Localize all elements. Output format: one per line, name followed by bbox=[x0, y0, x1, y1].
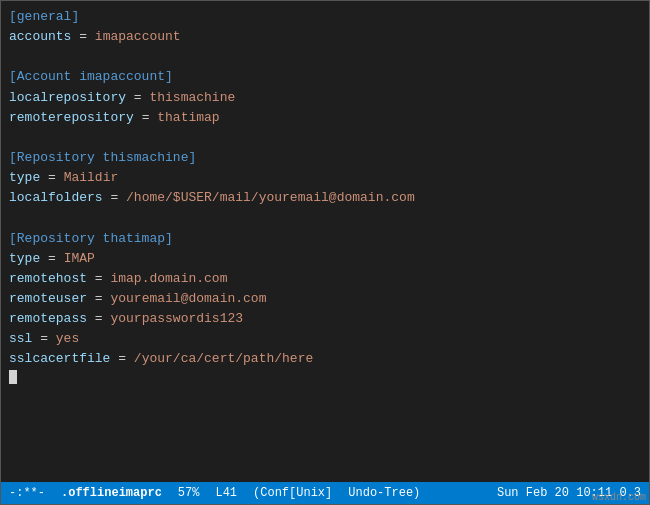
line-4: [Account imapaccount] bbox=[9, 67, 641, 87]
editor-window: [general] accounts = imapaccount [Accoun… bbox=[0, 0, 650, 505]
line-7 bbox=[9, 128, 641, 148]
line-3 bbox=[9, 47, 641, 67]
line-2: accounts = imapaccount bbox=[9, 27, 641, 47]
line-17: ssl = yes bbox=[9, 329, 641, 349]
line-14: remotehost = imap.domain.com bbox=[9, 269, 641, 289]
line-9: type = Maildir bbox=[9, 168, 641, 188]
status-bar: -:**- .offlineimaprc 57% L41 (Conf[Unix]… bbox=[1, 482, 649, 504]
watermark: wsxdn.com bbox=[592, 492, 646, 503]
line-15: remoteuser = youremail@domain.com bbox=[9, 289, 641, 309]
line-12: [Repository thatimap] bbox=[9, 229, 641, 249]
line-16: remotepass = yourpasswordis123 bbox=[9, 309, 641, 329]
line-1: [general] bbox=[9, 7, 641, 27]
line-11 bbox=[9, 208, 641, 228]
status-mode-label: (Conf[Unix] bbox=[253, 486, 332, 500]
line-10: localfolders = /home/$USER/mail/youremai… bbox=[9, 188, 641, 208]
line-18: sslcacertfile = /your/ca/cert/path/here bbox=[9, 349, 641, 369]
status-mode: -:**- bbox=[9, 486, 45, 500]
status-line: L41 bbox=[215, 486, 237, 500]
editor-content[interactable]: [general] accounts = imapaccount [Accoun… bbox=[1, 1, 649, 482]
line-8: [Repository thismachine] bbox=[9, 148, 641, 168]
line-5: localrepository = thismachine bbox=[9, 88, 641, 108]
line-13: type = IMAP bbox=[9, 249, 641, 269]
status-filename: .offlineimaprc bbox=[61, 486, 162, 500]
line-cursor bbox=[9, 370, 641, 384]
cursor-block bbox=[9, 370, 17, 384]
status-percent: 57% bbox=[178, 486, 200, 500]
line-6: remoterepository = thatimap bbox=[9, 108, 641, 128]
status-plugin: Undo-Tree) bbox=[348, 486, 420, 500]
